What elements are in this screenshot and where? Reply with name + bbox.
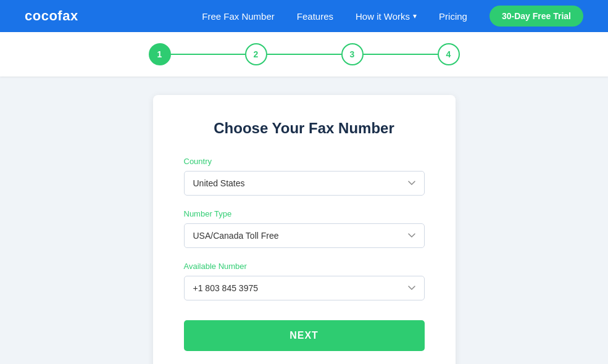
country-select[interactable]: United States Canada United Kingdom Aust… xyxy=(184,171,425,196)
next-button[interactable]: NEXT xyxy=(184,320,425,351)
steps-track: 1 2 3 4 xyxy=(149,43,460,65)
nav-free-fax[interactable]: Free Fax Number xyxy=(202,11,275,22)
nav-how-it-works[interactable]: How it Works ▾ xyxy=(356,11,417,22)
step-4: 4 xyxy=(438,43,460,65)
logo: cocofax xyxy=(25,8,78,24)
how-it-works-chevron-icon: ▾ xyxy=(413,12,417,20)
number-type-group: Number Type USA/Canada Toll Free Local xyxy=(184,209,425,248)
form-title: Choose Your Fax Number xyxy=(184,120,425,137)
step-1: 1 xyxy=(149,43,171,65)
steps-bar: 1 2 3 4 xyxy=(0,32,608,77)
step-line-3 xyxy=(364,54,438,55)
main-content: Choose Your Fax Number Country United St… xyxy=(0,77,608,364)
available-number-select[interactable]: +1 803 845 3975 +1 803 845 3976 +1 803 8… xyxy=(184,276,425,300)
number-type-select[interactable]: USA/Canada Toll Free Local xyxy=(184,223,425,248)
step-3: 3 xyxy=(341,43,364,65)
country-label: Country xyxy=(184,157,425,166)
country-group: Country United States Canada United King… xyxy=(184,157,425,196)
step-line-1 xyxy=(171,54,245,55)
form-card: Choose Your Fax Number Country United St… xyxy=(153,95,456,364)
available-number-group: Available Number +1 803 845 3975 +1 803 … xyxy=(184,262,425,300)
available-number-label: Available Number xyxy=(184,262,425,271)
nav-pricing[interactable]: Pricing xyxy=(439,11,467,22)
step-line-2 xyxy=(267,54,341,55)
trial-button[interactable]: 30-Day Free Trial xyxy=(489,6,583,27)
step-2: 2 xyxy=(245,43,267,65)
number-type-label: Number Type xyxy=(184,209,425,218)
nav-features[interactable]: Features xyxy=(297,11,333,22)
nav: Free Fax Number Features How it Works ▾ … xyxy=(202,6,583,27)
header: cocofax Free Fax Number Features How it … xyxy=(0,0,608,32)
